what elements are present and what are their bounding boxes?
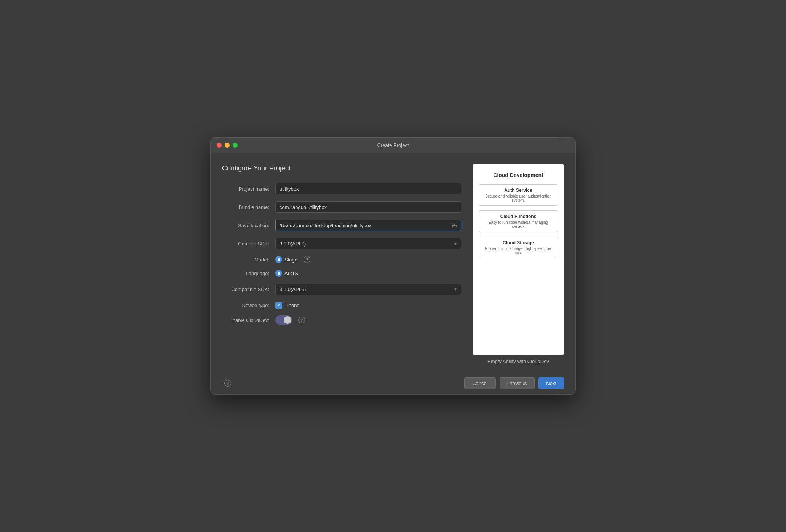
preview-storage-title: Cloud Storage <box>484 240 553 245</box>
preview-card: Cloud Development Auth Service Secure an… <box>473 164 564 355</box>
preview-item-functions: Cloud Functions Easy to run code without… <box>479 210 558 232</box>
project-name-input[interactable] <box>275 183 461 194</box>
bundle-name-label: Bundle name: <box>222 204 275 210</box>
bundle-name-input[interactable] <box>275 201 461 213</box>
footer-left: ? <box>222 380 231 387</box>
clouddev-toggle[interactable] <box>275 315 292 325</box>
form-section: Configure Your Project Project name: Bun… <box>222 164 461 364</box>
compatible-sdk-select[interactable]: 3.1.0(API 9) <box>275 284 461 295</box>
language-arkts-option[interactable]: ArkTS <box>275 270 298 277</box>
section-title: Configure Your Project <box>222 164 461 172</box>
main-content: Configure Your Project Project name: Bun… <box>211 153 575 372</box>
model-label: Model: <box>222 257 275 263</box>
save-location-wrapper: 🗁 <box>275 220 461 231</box>
language-row: Language: ArkTS <box>222 270 461 277</box>
checkmark-icon: ✓ <box>277 303 281 308</box>
save-location-label: Save location: <box>222 223 275 228</box>
clouddev-help-icon[interactable]: ? <box>298 317 305 323</box>
enable-clouddev-row: Enable CloudDev: ? <box>222 315 461 325</box>
device-type-label: Device type: <box>222 303 275 308</box>
main-window: Create Project Configure Your Project Pr… <box>210 137 576 395</box>
preview-functions-desc: Easy to run code without managing server… <box>484 220 553 229</box>
model-row: Model: Stage ? <box>222 256 461 263</box>
preview-item-storage: Cloud Storage Efficient cloud storage. H… <box>479 237 558 258</box>
compatible-sdk-row: Compatible SDK: 3.1.0(API 9) ▼ <box>222 284 461 295</box>
previous-button[interactable]: Previous <box>500 377 535 389</box>
radio-inner <box>278 272 280 275</box>
enable-clouddev-label: Enable CloudDev: <box>222 317 275 323</box>
project-name-label: Project name: <box>222 186 275 192</box>
language-radio-button[interactable] <box>275 270 282 277</box>
preview-item-auth: Auth Service Secure and reliable user au… <box>479 184 558 206</box>
toggle-knob <box>284 316 291 324</box>
minimize-button[interactable] <box>225 143 230 148</box>
device-type-phone-label: Phone <box>285 303 300 308</box>
compile-sdk-select[interactable]: 3.1.0(API 9) <box>275 238 461 249</box>
language-radio-group: ArkTS <box>275 270 298 277</box>
language-label: Language: <box>222 271 275 276</box>
window-title: Create Project <box>377 142 409 148</box>
next-button[interactable]: Next <box>538 377 564 389</box>
maximize-button[interactable] <box>233 143 238 148</box>
device-type-row: Device type: ✓ Phone <box>222 302 461 309</box>
close-button[interactable] <box>217 143 222 148</box>
preview-caption: Empty Ability with CloudDev <box>487 358 549 364</box>
folder-icon[interactable]: 🗁 <box>452 222 457 228</box>
footer: ? Cancel Previous Next <box>211 372 575 394</box>
language-arkts-label: ArkTS <box>284 271 298 276</box>
preview-auth-title: Auth Service <box>484 188 553 193</box>
save-location-row: Save location: 🗁 <box>222 220 461 231</box>
compatible-sdk-wrapper: 3.1.0(API 9) ▼ <box>275 284 461 295</box>
model-stage-label: Stage <box>284 257 297 263</box>
model-radio-group: Stage ? <box>275 256 310 263</box>
preview-storage-desc: Efficient cloud storage. High speed, low… <box>484 247 553 255</box>
titlebar: Create Project <box>211 138 575 153</box>
radio-inner <box>278 258 280 261</box>
model-radio-button[interactable] <box>275 256 282 263</box>
clouddev-toggle-group: ? <box>275 315 305 325</box>
compatible-sdk-label: Compatible SDK: <box>222 287 275 292</box>
compile-sdk-wrapper: 3.1.0(API 9) ▼ <box>275 238 461 249</box>
cancel-button[interactable]: Cancel <box>464 377 495 389</box>
device-type-checkbox-group: ✓ Phone <box>275 302 300 309</box>
footer-help-icon[interactable]: ? <box>224 380 231 387</box>
bundle-name-row: Bundle name: <box>222 201 461 213</box>
footer-right: Cancel Previous Next <box>464 377 564 389</box>
compile-sdk-label: Compile SDK: <box>222 241 275 247</box>
preview-auth-desc: Secure and reliable user authentication … <box>484 194 553 202</box>
model-help-icon[interactable]: ? <box>304 256 310 263</box>
traffic-lights <box>217 143 238 148</box>
preview-title: Cloud Development <box>493 172 543 178</box>
save-location-input[interactable] <box>275 220 461 231</box>
compile-sdk-row: Compile SDK: 3.1.0(API 9) ▼ <box>222 238 461 249</box>
device-type-checkbox[interactable]: ✓ <box>275 302 282 309</box>
preview-functions-title: Cloud Functions <box>484 214 553 219</box>
model-stage-option[interactable]: Stage <box>275 256 297 263</box>
preview-section: Cloud Development Auth Service Secure an… <box>473 164 564 364</box>
project-name-row: Project name: <box>222 183 461 194</box>
